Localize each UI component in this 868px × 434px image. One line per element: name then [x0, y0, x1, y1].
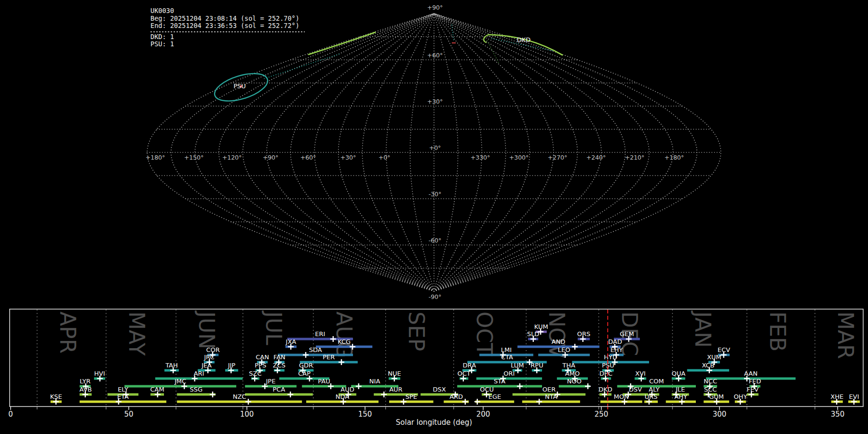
shower-label-GEM: GEM [620, 330, 634, 338]
shower-label-AND: AND [552, 338, 566, 345]
west-arc [309, 32, 375, 54]
psu-trail [264, 54, 339, 79]
shower-label-STA: STA [494, 378, 505, 385]
map-longitude-label: +270° [548, 154, 568, 161]
shower-bar-JMC [124, 385, 236, 388]
shower-label-PPS: PPS [255, 362, 266, 369]
begin-time: Beg: 20251204 23:08:14 (sol = 252.70°) [150, 14, 299, 22]
shower-label-LYR: LYR [80, 378, 91, 385]
shower-label-GDR: GDR [299, 362, 313, 369]
end-time: End: 20251204 23:36:53 (sol = 252.72°) [150, 22, 299, 29]
shower-label-PER: PER [323, 353, 335, 361]
radiant-map-app: +90°+60°+30°+0°-30°-60°-90°+180°+150°+12… [0, 0, 868, 434]
shower-label-TAH: TAH [165, 362, 178, 369]
shower-label-SSG: SSG [190, 386, 203, 393]
shower-bar-SDA [278, 354, 353, 356]
map-longitude-label: +300° [509, 154, 529, 161]
x-axis-tick-label: 50 [124, 410, 133, 419]
shower-label-DSX: DSX [433, 386, 446, 393]
map-longitude-label: +0° [379, 154, 391, 161]
map-latitude-label: +90° [427, 4, 443, 11]
shower-bar-ETA [80, 401, 166, 403]
shower-label-ARD: ARD [449, 393, 463, 400]
shower-label-AMO: AMO [565, 370, 580, 377]
shower-label-DRA: DRA [463, 362, 476, 369]
shower-label-XVI: XVI [635, 370, 646, 377]
month-label: APR [55, 312, 80, 353]
shower-bar-SPE [389, 401, 434, 403]
shower-label-ZCS: ZCS [273, 362, 285, 369]
shower-label-ALY: ALY [649, 386, 659, 393]
sky-map: +90°+60°+30°+0°-30°-60°-90°+180°+150°+12… [146, 4, 721, 300]
shower-label-ORS: ORS [577, 330, 591, 338]
shower-label-JEA: JEA [201, 362, 212, 369]
map-longitude-label: +210° [625, 154, 645, 161]
shower-label-ERI: ERI [315, 330, 325, 338]
map-longitude-label: +180° [665, 154, 684, 161]
shower-bar-NTA [522, 401, 580, 403]
count-dkd: DKD: 1 [150, 33, 174, 41]
month-label: FEB [765, 312, 790, 352]
shower-label-KCG: KCG [338, 338, 351, 345]
map-longitude-label: +90° [263, 154, 279, 161]
shower-label-AUD: AUD [340, 386, 354, 393]
shower-label-CAP: CAP [298, 370, 311, 377]
shower-label-THA: THA [562, 362, 575, 369]
shower-bar-MON [600, 401, 642, 403]
map-meridian-line [267, 14, 434, 291]
shower-label-SCC: SCC [704, 386, 717, 393]
x-axis-tick-label: 150 [358, 410, 372, 419]
month-label: MAR [833, 312, 858, 359]
map-latitude-label: -90° [429, 293, 442, 300]
shower-label-ARI: ARI [194, 370, 204, 377]
map-latitude-label: +60° [427, 52, 443, 59]
shower-label-JPE: JPE [266, 378, 276, 385]
shower-bar-PCA [245, 393, 313, 396]
shower-label-ORI: ORI [503, 370, 515, 377]
shower-bar-ORI [476, 378, 542, 380]
shower-bar-PAU [302, 385, 346, 388]
shower-bar-KCG [316, 346, 372, 348]
x-axis-tick-label: 200 [476, 410, 490, 419]
dkd-arc-label: DKD [517, 36, 531, 43]
shower-label-OER: OER [542, 386, 556, 393]
shower-label-COM: COM [649, 378, 664, 385]
shower-label-NZC: NZC [233, 393, 246, 400]
x-axis-tick-label: 0 [8, 410, 13, 419]
shower-label-XCB: XCB [702, 362, 714, 369]
shower-label-SDA: SDA [309, 346, 322, 353]
map-longitude-label: +120° [222, 154, 242, 161]
shower-label-SPE: SPE [406, 393, 417, 400]
map-longitude-label: +60° [300, 154, 316, 161]
shower-label-MON: MON [614, 393, 629, 400]
shower-label-OCT: OCT [457, 370, 470, 377]
month-label: SEP [404, 312, 429, 351]
shower-label-FEV: FEV [747, 386, 759, 393]
map-meridian-line [171, 14, 434, 291]
shower-label-ELY: ELY [118, 386, 128, 393]
month-label: JUL [261, 310, 286, 345]
shower-label-CTA: CTA [501, 353, 513, 361]
shower-label-FED: FED [749, 378, 761, 385]
dkd-arc-hook [484, 35, 488, 42]
shower-label-EGE: EGE [488, 393, 502, 400]
x-axis-tick-label: 250 [595, 410, 609, 419]
map-longitude-label: +330° [471, 154, 490, 161]
shower-bar-SSG [177, 393, 216, 396]
shower-label-FAN: FAN [273, 353, 285, 361]
radiant-map-scene: +90°+60°+30°+0°-30°-60°-90°+180°+150°+12… [0, 0, 868, 434]
shower-label-URS: URS [645, 393, 658, 400]
shower-label-AHY: AHY [675, 393, 688, 400]
map-longitude-label: +240° [586, 154, 606, 161]
map-longitude-label: +30° [340, 154, 356, 161]
map-longitude-label: +180° [146, 154, 165, 161]
shower-label-AAN: AAN [744, 370, 758, 377]
shower-label-DKD: DKD [598, 386, 612, 393]
x-axis-tick-label: 300 [713, 410, 727, 419]
map-meridian-line [434, 14, 697, 291]
shower-label-AUR: AUR [389, 386, 402, 393]
shower-label-NDA: NDA [336, 393, 350, 400]
map-longitude-label: +150° [184, 154, 204, 161]
map-latitude-label: -60° [429, 237, 442, 244]
shower-label-NIA: NIA [369, 378, 380, 385]
